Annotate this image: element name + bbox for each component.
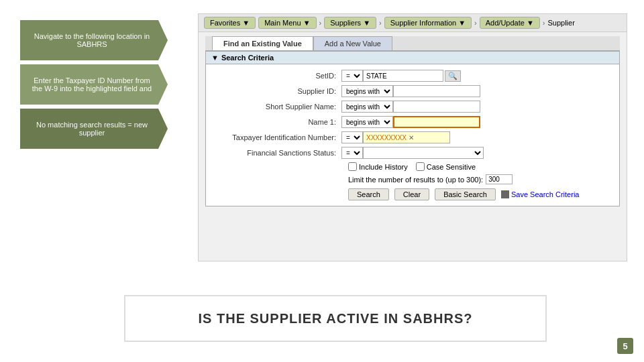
tab-add-new[interactable]: Add a New Value [313, 36, 392, 50]
nav-sep-3: › [474, 19, 477, 27]
tab-find-existing[interactable]: Find an Existing Value [212, 36, 313, 50]
name1-row: Name 1: begins with [214, 116, 611, 128]
taxpayer-id-row: Taxpayer Identification Number: = XXXXXX… [214, 131, 611, 143]
case-sensitive-text: Case Sensitive [427, 163, 476, 171]
supplier-id-row: Supplier ID: begins with [214, 85, 611, 97]
tab-find-existing-label: Find an Existing Value [223, 40, 302, 48]
setid-lookup-button[interactable]: 🔍 [445, 70, 461, 82]
add-update-label: Add/Update ▼ [486, 19, 534, 27]
supplier-id-label: Supplier ID: [214, 87, 341, 95]
clear-button-label: Clear [403, 190, 421, 198]
limit-input[interactable] [486, 174, 513, 184]
supplier-info-button[interactable]: Supplier Information ▼ [384, 17, 472, 29]
suppliers-label: Suppliers ▼ [330, 19, 370, 27]
short-name-input[interactable] [393, 101, 480, 113]
taxpayer-id-value: XXXXXXXXX ✕ [363, 131, 450, 143]
financial-sanctions-row: Financial Sanctions Status: = [214, 147, 611, 159]
step-2: Enter the Taxpayer ID Number from the W-… [20, 64, 168, 105]
taxpayer-id-label: Taxpayer Identification Number: [214, 133, 341, 141]
favorites-button[interactable]: Favorites ▼ [204, 17, 256, 29]
step-2-text: Enter the Taxpayer ID Number from the W-… [28, 76, 156, 93]
search-button-label: Search [357, 190, 380, 198]
case-sensitive-label[interactable]: Case Sensitive [416, 162, 476, 171]
checkbox-row: Include History Case Sensitive [348, 162, 611, 171]
setid-label: SetID: [214, 72, 341, 80]
setid-operator[interactable]: = [341, 70, 363, 82]
nav-sep-2: › [379, 19, 382, 27]
name1-operator[interactable]: begins with [341, 116, 393, 128]
tab-add-new-label: Add a New Value [325, 40, 381, 48]
clear-button[interactable]: Clear [394, 188, 429, 200]
collapse-icon[interactable]: ▼ [211, 54, 219, 62]
bottom-box-text: IS THE SUPPLIER ACTIVE IN SABHRS? [199, 311, 473, 326]
save-criteria-label: Save Search Criteria [511, 190, 580, 198]
name1-input[interactable] [393, 116, 480, 128]
step-1-text: Navigate to the following location in SA… [28, 32, 156, 48]
favorites-label: Favorites ▼ [210, 19, 250, 27]
case-sensitive-checkbox[interactable] [416, 162, 425, 171]
setid-input[interactable] [363, 70, 443, 82]
financial-sanctions-label: Financial Sanctions Status: [214, 149, 341, 157]
financial-sanctions-operator[interactable]: = [341, 147, 363, 159]
short-name-label: Short Supplier Name: [214, 103, 341, 111]
basic-search-label: Basic Search [443, 190, 487, 198]
limit-label: Limit the number of results to (up to 30… [348, 176, 483, 184]
basic-search-button[interactable]: Basic Search [435, 188, 496, 200]
search-criteria-title: Search Criteria [221, 54, 274, 62]
sabhrs-panel: Favorites ▼ Main Menu ▼ › Suppliers ▼ › … [198, 13, 627, 261]
search-criteria-header: ▼ Search Criteria [205, 51, 620, 64]
supplier-id-input[interactable] [393, 85, 480, 97]
supplier-id-operator[interactable]: begins with [341, 85, 393, 97]
nav-sep-1: › [319, 19, 322, 27]
supplier-nav-label: Supplier [547, 19, 574, 27]
step-3: No matching search results = new supplie… [20, 109, 168, 149]
save-icon [501, 190, 509, 198]
include-history-text: Include History [359, 163, 408, 171]
short-name-row: Short Supplier Name: begins with [214, 101, 611, 113]
steps-container: Navigate to the following location in SA… [20, 20, 168, 149]
search-form: SetID: = 🔍 Supplier ID: begins with Shor… [205, 64, 620, 206]
save-criteria-button[interactable]: Save Search Criteria [501, 188, 580, 200]
taxpayer-id-clear[interactable]: ✕ [409, 134, 414, 141]
search-button[interactable]: Search [348, 188, 389, 200]
include-history-label[interactable]: Include History [348, 162, 408, 171]
nav-bar: Favorites ▼ Main Menu ▼ › Suppliers ▼ › … [199, 14, 627, 32]
limit-row: Limit the number of results to (up to 30… [348, 174, 611, 184]
bottom-box: IS THE SUPPLIER ACTIVE IN SABHRS? [124, 295, 547, 342]
main-menu-label: Main Menu ▼ [264, 19, 310, 27]
tabs-row: Find an Existing Value Add a New Value [205, 36, 620, 51]
page-number-text: 5 [623, 341, 627, 351]
suppliers-button[interactable]: Suppliers ▼ [324, 17, 376, 29]
taxpayer-id-operator[interactable]: = [341, 131, 363, 143]
add-update-button[interactable]: Add/Update ▼ [480, 17, 540, 29]
setid-row: SetID: = 🔍 [214, 70, 611, 82]
supplier-info-label: Supplier Information ▼ [390, 19, 466, 27]
taxpayer-id-text: XXXXXXXXX [366, 134, 407, 141]
main-menu-button[interactable]: Main Menu ▼ [258, 17, 316, 29]
short-name-operator[interactable]: begins with [341, 101, 393, 113]
financial-sanctions-input[interactable] [363, 147, 484, 159]
search-buttons: Search Clear Basic Search Save Search Cr… [348, 188, 611, 200]
nav-sep-4: › [543, 19, 545, 27]
page-number: 5 [617, 338, 633, 354]
name1-label: Name 1: [214, 118, 341, 126]
include-history-checkbox[interactable] [348, 162, 357, 171]
step-1: Navigate to the following location in SA… [20, 20, 168, 60]
step-3-text: No matching search results = new supplie… [28, 121, 156, 137]
